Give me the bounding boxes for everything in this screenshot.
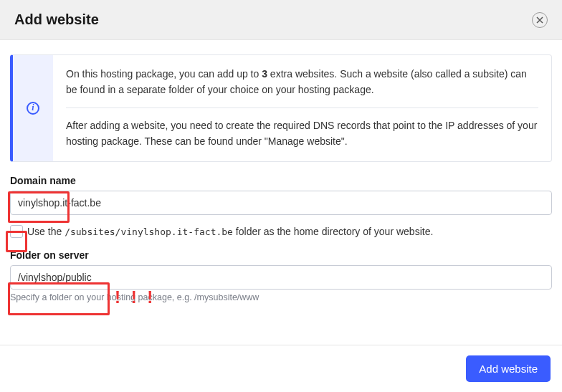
modal-footer: Add website — [0, 345, 562, 392]
info-icon-column: i — [13, 55, 53, 161]
checkbox-text-suffix: folder as the home directory of your web… — [233, 226, 433, 237]
info-bold-count: 3 — [262, 68, 267, 80]
subsite-checkbox-row: Use the /subsites/vinylshop.it-fact.be f… — [10, 225, 552, 238]
info-icon: i — [27, 102, 39, 115]
close-icon — [536, 16, 543, 24]
domain-input[interactable] — [10, 191, 552, 215]
info-paragraph-1: On this hosting package, you can add up … — [66, 67, 538, 97]
info-box: i On this hosting package, you can add u… — [10, 54, 552, 162]
modal-body: i On this hosting package, you can add u… — [0, 40, 562, 320]
info-text: On this hosting package, you can add up … — [66, 68, 262, 80]
folder-input[interactable] — [10, 265, 552, 290]
subsite-checkbox[interactable] — [10, 225, 23, 238]
checkbox-path: /subsites/vinylshop.it-fact.be — [65, 226, 233, 237]
info-content: On this hosting package, you can add up … — [53, 55, 551, 161]
checkbox-text-prefix: Use the — [27, 226, 65, 237]
modal-header: Add website — [0, 0, 562, 40]
info-divider — [66, 107, 538, 108]
modal-title: Add website — [14, 11, 99, 28]
domain-label: Domain name — [10, 175, 552, 186]
checkbox-label: Use the /subsites/vinylshop.it-fact.be f… — [27, 226, 433, 237]
exclamation-annotation: ! ! ! — [115, 287, 156, 307]
folder-field-group: Folder on server Specify a folder on you… — [10, 249, 552, 302]
folder-label: Folder on server — [10, 249, 552, 261]
domain-field-group: Domain name — [10, 175, 552, 215]
close-button[interactable] — [532, 12, 548, 28]
folder-helper-text: Specify a folder on your hosting package… — [10, 292, 552, 302]
add-website-button[interactable]: Add website — [466, 355, 551, 382]
info-paragraph-2: After adding a website, you need to crea… — [66, 118, 538, 149]
